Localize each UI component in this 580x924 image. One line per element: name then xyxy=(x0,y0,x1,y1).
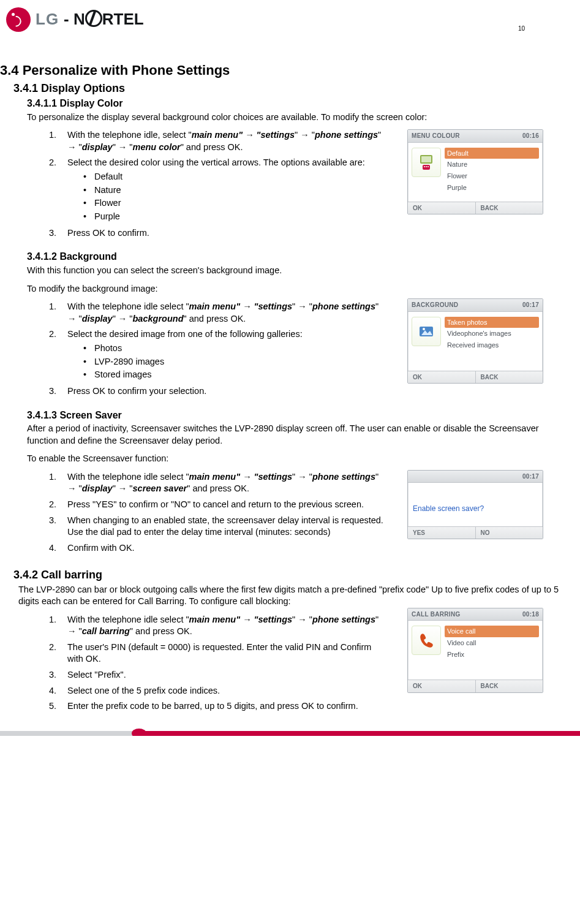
steps-call-barring: With the telephone idle select "main men… xyxy=(42,614,385,713)
screenshot-footer: OK BACK xyxy=(408,371,543,384)
svg-point-4 xyxy=(426,166,427,167)
option-nature: Nature xyxy=(77,184,385,197)
screenshot-header: CALL BARRING 00:18 xyxy=(408,608,543,621)
heading-3-4-1-2: 3.4.1.2 Background xyxy=(27,250,580,263)
screenshot-header: MENU COLOUR 00:16 xyxy=(408,130,543,143)
section-screensaver: 00:17 Enable screen saver? YES NO With t… xyxy=(0,471,580,554)
menu-item-videophone-images[interactable]: Videophone's images xyxy=(445,328,539,339)
screenshot-footer: OK BACK xyxy=(408,202,543,214)
option-photos: Photos xyxy=(77,342,385,355)
step-1: With the telephone idle select "main men… xyxy=(42,614,385,638)
menu-item-received-images[interactable]: Received images xyxy=(445,339,539,351)
screenshot-footer: YES NO xyxy=(408,526,543,539)
menu-item-nature[interactable]: Nature xyxy=(445,159,539,170)
screenshot-prompt: Enable screen saver? xyxy=(408,483,543,526)
screenshot-title: BACKGROUND xyxy=(412,301,458,309)
section-call-barring: CALL BARRING 00:18 Voice call Video call… xyxy=(0,614,580,713)
softkey-back[interactable]: BACK xyxy=(475,202,543,214)
step-3: Press OK to confirm your selection. xyxy=(42,385,385,398)
step-4: Confirm with OK. xyxy=(42,542,385,555)
softkey-back[interactable]: BACK xyxy=(475,371,543,384)
screenshot-time: 00:17 xyxy=(522,472,539,481)
intro-display-color: To personalize the display several backg… xyxy=(27,112,560,124)
lg-nortel-logo: LG - NRTEL xyxy=(6,7,144,32)
logo-row: LG - NRTEL xyxy=(0,5,580,32)
steps-display-color: With the telephone idle, select "main me… xyxy=(42,129,385,239)
screenshot-title: MENU COLOUR xyxy=(412,132,460,140)
heading-3-4: 3.4 Personalize with Phone Settings xyxy=(0,61,580,80)
option-stored-images: Stored images xyxy=(77,368,385,382)
screenshot-time: 00:16 xyxy=(522,132,539,140)
softkey-ok[interactable]: OK xyxy=(408,371,475,384)
option-default: Default xyxy=(77,170,385,184)
softkey-back[interactable]: BACK xyxy=(475,680,543,692)
nortel-text: - NRTEL xyxy=(64,9,144,30)
heading-3-4-1-3: 3.4.1.3 Screen Saver xyxy=(27,409,580,422)
step-2: Select the desired image from one of the… xyxy=(42,328,385,382)
step-1: With the telephone idle, select "main me… xyxy=(42,129,385,153)
step-2: Select the desired color using the verti… xyxy=(42,157,385,224)
svg-point-5 xyxy=(427,166,429,167)
svg-point-3 xyxy=(424,166,425,167)
photos-icon xyxy=(412,317,441,346)
screenshot-body: Default Nature Flower Purple xyxy=(408,143,543,202)
menu-item-taken-photos[interactable]: Taken photos xyxy=(445,317,539,328)
step-3: When changing to an enabled state, the s… xyxy=(42,515,385,539)
footer-rule xyxy=(0,731,580,736)
steps-screensaver: With the telephone idle select "main men… xyxy=(42,471,385,554)
screenshot-body: Taken photos Videophone's images Receive… xyxy=(408,312,543,371)
para-background-b: To modify the background image: xyxy=(27,283,560,295)
steps-background: With the telephone idle select "main men… xyxy=(42,301,385,398)
screenshot-list: Voice call Video call Prefix xyxy=(445,626,539,673)
screenshot-screensaver: 00:17 Enable screen saver? YES NO xyxy=(407,470,543,539)
step-3: Press OK to confirm. xyxy=(42,227,385,240)
screenshot-title: CALL BARRING xyxy=(412,610,461,619)
screenshot-footer: OK BACK xyxy=(408,680,543,692)
phone-icon xyxy=(412,626,441,655)
screenshot-time: 00:18 xyxy=(522,610,539,619)
softkey-no[interactable]: NO xyxy=(475,527,543,539)
screenshot-header: BACKGROUND 00:17 xyxy=(408,299,543,312)
svg-rect-1 xyxy=(421,156,431,162)
screenshot-list: Taken photos Videophone's images Receive… xyxy=(445,317,539,365)
softkey-ok[interactable]: OK xyxy=(408,680,475,692)
page-number: 10 xyxy=(518,25,525,33)
section-background: BACKGROUND 00:17 Taken photos Videophone… xyxy=(0,301,580,398)
heading-3-4-1: 3.4.1 Display Options xyxy=(13,81,580,96)
phone-display-icon xyxy=(412,148,441,177)
lg-text: LG xyxy=(36,9,59,30)
step-1: With the telephone idle select "main men… xyxy=(42,471,385,495)
screenshot-header: 00:17 xyxy=(408,471,543,483)
step-4: Select one of the 5 prefix code indices. xyxy=(42,685,385,697)
menu-item-flower[interactable]: Flower xyxy=(445,170,539,182)
screenshot-background: BACKGROUND 00:17 Taken photos Videophone… xyxy=(407,298,543,384)
softkey-yes[interactable]: YES xyxy=(408,527,475,539)
section-display-color: MENU COLOUR 00:16 Default Nature Flower … xyxy=(0,129,580,239)
content: 3.4 Personalize with Phone Settings 3.4.… xyxy=(0,32,580,713)
menu-item-purple[interactable]: Purple xyxy=(445,182,539,194)
step-5: Enter the prefix code to be barred, up t… xyxy=(42,700,385,713)
color-options: Default Nature Flower Purple xyxy=(77,170,385,224)
menu-item-prefix[interactable]: Prefix xyxy=(445,649,539,661)
step-1: With the telephone idle select "main men… xyxy=(42,301,385,325)
screenshot-body: Voice call Video call Prefix xyxy=(408,621,543,680)
menu-item-voice-call[interactable]: Voice call xyxy=(445,626,539,637)
menu-item-video-call[interactable]: Video call xyxy=(445,637,539,649)
option-purple: Purple xyxy=(77,210,385,224)
option-flower: Flower xyxy=(77,197,385,210)
para-background-a: With this function you can select the sc… xyxy=(27,265,560,277)
screenshot-menu-colour: MENU COLOUR 00:16 Default Nature Flower … xyxy=(407,129,543,214)
para-screensaver-a: After a period of inactivity, Screensave… xyxy=(27,423,560,447)
lg-circle-icon xyxy=(6,7,31,32)
step-3: Select "Prefix". xyxy=(42,669,385,681)
document-page: LG - NRTEL 10 3.4 Personalize with Phone… xyxy=(0,0,580,736)
softkey-ok[interactable]: OK xyxy=(408,202,475,214)
step-2: The user's PIN (default = 0000) is reque… xyxy=(42,642,385,665)
para-screensaver-b: To enable the Screensaver function: xyxy=(27,453,560,465)
nortel-o-icon xyxy=(85,10,102,27)
gallery-options: Photos LVP-2890 images Stored images xyxy=(77,342,385,382)
para-call-barring: The LVP-2890 can bar or block outgoing c… xyxy=(18,584,570,608)
step-2: Press "YES" to confirm or "NO" to cancel… xyxy=(42,499,385,511)
heading-3-4-1-1: 3.4.1.1 Display Color xyxy=(27,97,580,110)
menu-item-default[interactable]: Default xyxy=(445,148,539,159)
